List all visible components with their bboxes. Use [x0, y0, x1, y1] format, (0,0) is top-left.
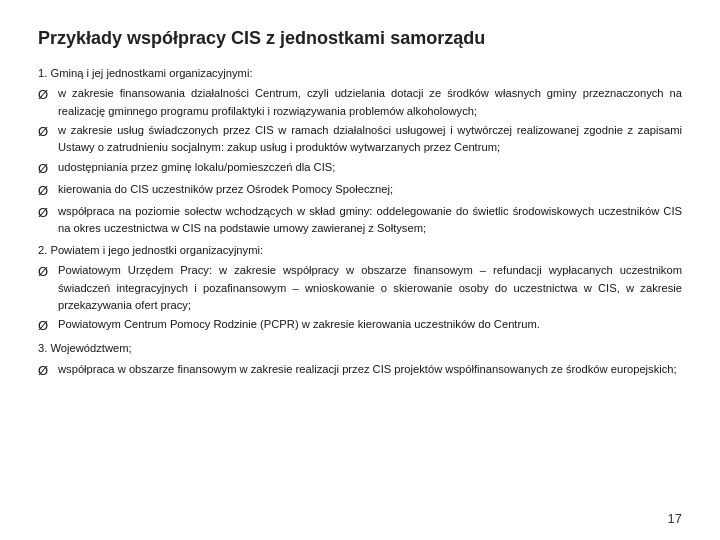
bullet-symbol: Ø [38, 159, 56, 179]
list-item: Ø współpraca w obszarze finansowym w zak… [38, 361, 682, 381]
bullet-symbol: Ø [38, 262, 56, 282]
page-number: 17 [668, 511, 682, 526]
bullet-symbol: Ø [38, 316, 56, 336]
section-2-heading: 2. Powiatem i jego jednostki organizacyj… [38, 242, 682, 259]
list-item: Ø Powiatowym Centrum Pomocy Rodzinie (PC… [38, 316, 682, 336]
section-3-heading: 3. Województwem; [38, 340, 682, 357]
bullet-text: Powiatowym Urzędem Pracy: w zakresie wsp… [58, 262, 682, 314]
bullet-text: udostępniania przez gminę lokalu/pomiesz… [58, 159, 682, 176]
page-title: Przykłady współpracy CIS z jednostkami s… [38, 28, 682, 49]
page: Przykłady współpracy CIS z jednostkami s… [0, 0, 720, 540]
list-item: Ø w zakresie finansowania działalności C… [38, 85, 682, 120]
section-1-heading: 1. Gminą i jej jednostkami organizacyjny… [38, 65, 682, 82]
bullet-symbol: Ø [38, 85, 56, 105]
bullet-symbol: Ø [38, 203, 56, 223]
bullet-text: kierowania do CIS uczestników przez Ośro… [58, 181, 682, 198]
bullet-symbol: Ø [38, 361, 56, 381]
bullet-text: współpraca na poziomie sołectw wchodzący… [58, 203, 682, 238]
list-item: Ø w zakresie usług świadczonych przez CI… [38, 122, 682, 157]
bullet-text: w zakresie finansowania działalności Cen… [58, 85, 682, 120]
list-item: Ø udostępniania przez gminę lokalu/pomie… [38, 159, 682, 179]
bullet-text: w zakresie usług świadczonych przez CIS … [58, 122, 682, 157]
list-item: Ø współpraca na poziomie sołectw wchodzą… [38, 203, 682, 238]
bullet-text: Powiatowym Centrum Pomocy Rodzinie (PCPR… [58, 316, 682, 333]
bullet-text: współpraca w obszarze finansowym w zakre… [58, 361, 682, 378]
list-item: Ø kierowania do CIS uczestników przez Oś… [38, 181, 682, 201]
content-area: 1. Gminą i jej jednostkami organizacyjny… [38, 65, 682, 381]
bullet-symbol: Ø [38, 122, 56, 142]
list-item: Ø Powiatowym Urzędem Pracy: w zakresie w… [38, 262, 682, 314]
bullet-symbol: Ø [38, 181, 56, 201]
